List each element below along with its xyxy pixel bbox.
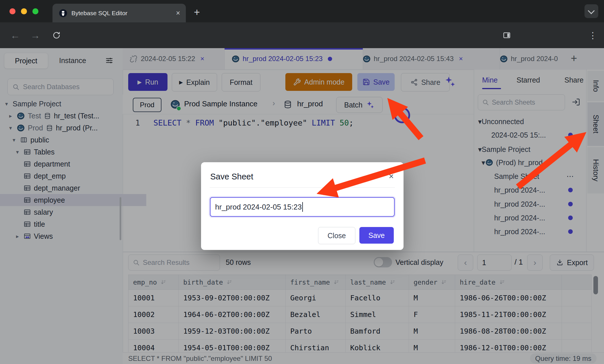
save-sheet-dialog: Save Sheet × hr_prod 2024-02-05 15:23 Cl…: [201, 162, 404, 250]
browser-navbar: ← → localhost:8080/sql-editor/prod-sampl…: [0, 22, 604, 48]
sheet-name-input[interactable]: hr_prod 2024-02-05 15:23: [210, 197, 395, 217]
browser-tab[interactable]: Bytebase SQL Editor ×: [52, 4, 186, 22]
browser-tab-close-icon[interactable]: ×: [176, 9, 180, 17]
new-tab-button[interactable]: +: [194, 6, 200, 18]
back-button[interactable]: ←: [8, 22, 22, 48]
bytebase-favicon: [59, 9, 67, 17]
window-zoom-button[interactable]: [32, 8, 38, 14]
window-minimize-button[interactable]: [21, 8, 27, 14]
dialog-divider: [210, 187, 395, 188]
screen: Bytebase SQL Editor × + ← → localhost:80…: [0, 0, 604, 364]
dialog-title: Save Sheet: [210, 172, 253, 181]
browser-tab-title: Bytebase SQL Editor: [71, 10, 127, 17]
browser-tab-strip: Bytebase SQL Editor × +: [0, 0, 604, 22]
forward-button[interactable]: →: [28, 22, 42, 48]
close-icon[interactable]: ×: [389, 171, 394, 181]
tab-search-button[interactable]: [584, 4, 598, 18]
side-panel-button[interactable]: [500, 22, 514, 48]
close-button[interactable]: Close: [318, 227, 355, 244]
save-button-dialog[interactable]: Save: [359, 227, 394, 244]
browser-menu-button[interactable]: ⋮: [586, 22, 600, 48]
window-close-button[interactable]: [9, 8, 15, 14]
chevron-down-icon: [588, 7, 595, 14]
refresh-button[interactable]: [49, 22, 64, 48]
text-caret: [302, 202, 303, 212]
sheet-name-value: hr_prod 2024-02-05 15:23: [215, 203, 302, 212]
